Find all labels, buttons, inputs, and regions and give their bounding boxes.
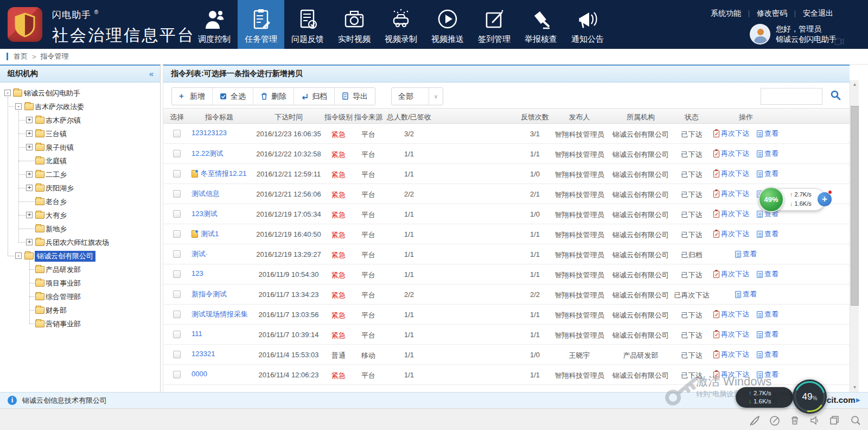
nav-item-8[interactable]: 举报核查	[518, 0, 564, 49]
row-checkbox[interactable]	[173, 311, 181, 318]
taskbar-search-icon[interactable]	[850, 414, 861, 426]
sidebar-collapse-icon[interactable]: «	[149, 69, 154, 78]
tree-node-label[interactable]: 综合管理部	[46, 292, 81, 302]
command-title-link[interactable]: 123测试	[192, 209, 218, 219]
collapse-node-icon[interactable]: -	[15, 252, 22, 259]
tree-node-label[interactable]: 新地乡	[46, 224, 67, 234]
command-title-link[interactable]: 123123123	[192, 129, 227, 137]
net-speed-widget[interactable]: 49% ↑ 2.7K/s ↓ 1.6K/s +	[758, 187, 830, 212]
reissue-action[interactable]: 再次下达	[713, 229, 749, 239]
nav-item-4[interactable]: 实时视频	[331, 0, 378, 49]
expand-node-icon[interactable]: +	[26, 185, 33, 191]
tree-node-label[interactable]: 庆阳湖乡	[46, 184, 74, 193]
tree-node-label[interactable]: 大有乡	[46, 211, 67, 220]
command-title-link[interactable]: 冬至情报12.21	[201, 169, 247, 179]
row-checkbox[interactable]	[173, 250, 181, 258]
header-link-1[interactable]: 系统功能	[703, 9, 749, 18]
expand-node-icon[interactable]: +	[26, 144, 33, 150]
search-input[interactable]	[761, 88, 822, 105]
view-action[interactable]: 查看	[735, 289, 757, 299]
breadcrumb-home[interactable]: 首页	[14, 52, 28, 61]
row-checkbox[interactable]	[173, 210, 181, 218]
toolbar-button-3[interactable]: 删除	[253, 88, 293, 105]
view-action[interactable]: 查看	[757, 330, 778, 339]
row-checkbox[interactable]	[173, 190, 181, 198]
footer-arrow-icon[interactable]: ▶	[856, 397, 860, 403]
reissue-action[interactable]: 再次下达	[713, 189, 749, 199]
filter-dropdown[interactable]: 全部 ∨	[391, 87, 443, 105]
tree-node-label[interactable]: 锦诚云创闪电助手	[24, 88, 80, 98]
expand-node-icon[interactable]: +	[26, 212, 33, 218]
expand-node-icon[interactable]: +	[26, 171, 33, 178]
nav-item-3[interactable]: 问题反馈	[284, 0, 331, 49]
user-block[interactable]: 您好，管理员 锦诚云创闪电助手	[750, 24, 837, 45]
tree-node-label[interactable]: 老台乡	[46, 197, 67, 207]
nav-item-9[interactable]: 通知公告	[564, 0, 611, 49]
scroll-up-icon[interactable]: ▲	[850, 80, 859, 89]
view-action[interactable]: 查看	[757, 269, 778, 279]
nav-item-2[interactable]: 任务管理	[238, 0, 284, 49]
reissue-action[interactable]: 再次下达	[713, 269, 749, 279]
tree-node-15[interactable]: 项目事业部	[0, 276, 160, 290]
command-title-link[interactable]: 12.22测试	[192, 149, 224, 159]
view-action[interactable]: 查看	[757, 229, 778, 239]
row-checkbox[interactable]	[173, 331, 181, 338]
row-checkbox[interactable]	[173, 270, 181, 278]
nav-item-7[interactable]: 签到管理	[471, 0, 518, 49]
collapse-node-icon[interactable]: -	[4, 90, 11, 96]
reissue-action[interactable]: 再次下达	[713, 309, 749, 319]
tree-node-label[interactable]: 吉木萨尔政法委	[35, 102, 84, 112]
nav-item-6[interactable]: 视频推送	[424, 0, 471, 49]
row-checkbox[interactable]	[173, 130, 181, 137]
row-checkbox[interactable]	[173, 170, 181, 178]
scroll-thumb[interactable]	[851, 106, 859, 306]
nav-item-5[interactable]: 视频录制	[378, 0, 424, 49]
tree-node-18[interactable]: 营销事业部	[0, 317, 160, 331]
tree-node-label[interactable]: 财务部	[46, 306, 67, 315]
taskbar-rocket-pin-icon[interactable]	[748, 414, 760, 426]
toolbar-button-5[interactable]: 导出	[334, 88, 375, 105]
expand-node-icon[interactable]: +	[26, 239, 33, 245]
row-checkbox[interactable]	[173, 371, 181, 378]
taskbar-trash-icon[interactable]	[789, 414, 801, 426]
collapse-node-icon[interactable]: -	[15, 103, 22, 110]
command-title-link[interactable]: 新指令测试	[192, 289, 227, 299]
view-action[interactable]: 查看	[757, 169, 778, 179]
expand-node-icon[interactable]: +	[26, 130, 33, 137]
view-action[interactable]: 查看	[757, 309, 778, 319]
avatar[interactable]	[750, 24, 770, 45]
tree-node-label[interactable]: 营销事业部	[46, 319, 81, 329]
row-checkbox[interactable]	[173, 290, 181, 298]
view-action[interactable]: 查看	[757, 149, 778, 159]
tree-node-label[interactable]: 北庭镇	[46, 156, 67, 166]
command-title-link[interactable]: 123321	[192, 350, 215, 358]
corner-percent-badge[interactable]: 49%	[793, 380, 827, 414]
tree-node-label[interactable]: 吉木萨尔镇	[46, 116, 81, 125]
tree-node-label[interactable]: 兵团农六师红旗农场	[46, 238, 109, 248]
reissue-action[interactable]: 再次下达	[713, 149, 749, 159]
tree-node-label[interactable]: 三台镇	[46, 129, 67, 139]
row-checkbox[interactable]	[173, 150, 181, 157]
view-action[interactable]: 查看	[757, 350, 778, 359]
header-link-2[interactable]: 修改密码	[749, 9, 795, 18]
view-action[interactable]: 查看	[757, 129, 778, 138]
row-checkbox[interactable]	[173, 230, 181, 238]
reissue-action[interactable]: 再次下达	[713, 330, 749, 339]
tree-node-1[interactable]: -锦诚云创闪电助手	[0, 86, 160, 100]
command-title-link[interactable]: 测试现场情报采集	[192, 309, 248, 319]
header-link-3[interactable]: 安全退出	[795, 9, 841, 18]
toolbar-button-1[interactable]: +新增	[172, 88, 212, 105]
tree-node-label[interactable]: 泉子街镇	[46, 143, 74, 153]
tree-node-17[interactable]: 财务部	[0, 303, 160, 317]
tree-node-13[interactable]: -锦诚云创有限公司	[0, 249, 160, 263]
expand-node-icon[interactable]: +	[26, 117, 33, 123]
tree-node-14[interactable]: 产品研发部	[0, 263, 160, 276]
taskbar-draw-circle-icon[interactable]	[769, 414, 781, 426]
nav-item-1[interactable]: 调度控制	[191, 0, 238, 49]
reissue-action[interactable]: 再次下达	[713, 350, 749, 359]
command-title-link[interactable]: 0000	[192, 370, 207, 378]
tree-node-label[interactable]: 锦诚云创有限公司	[35, 251, 95, 262]
tree-node-2[interactable]: -吉木萨尔政法委	[0, 100, 160, 113]
tree-node-label[interactable]: 产品研发部	[46, 265, 81, 275]
reissue-action[interactable]: 再次下达	[713, 209, 749, 219]
